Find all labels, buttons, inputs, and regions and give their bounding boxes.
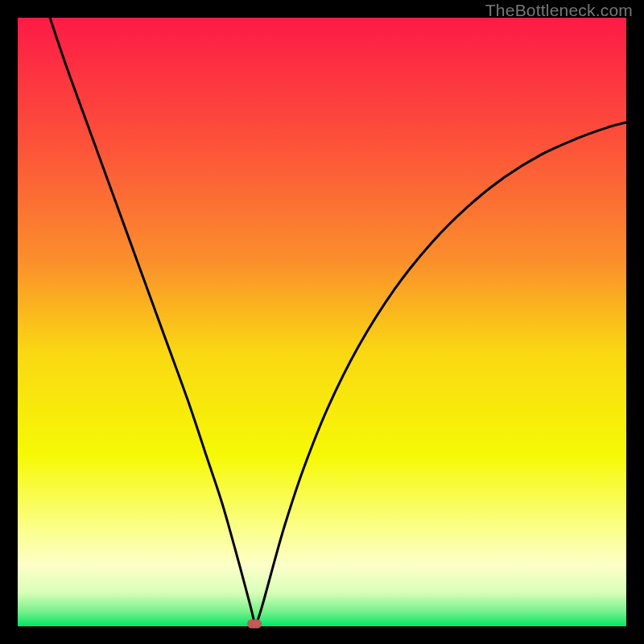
watermark-text: TheBottleneck.com xyxy=(485,1,633,20)
gradient-background xyxy=(18,18,626,626)
optimal-point-marker xyxy=(247,619,262,628)
bottleneck-chart xyxy=(18,18,626,626)
chart-frame xyxy=(18,18,626,626)
